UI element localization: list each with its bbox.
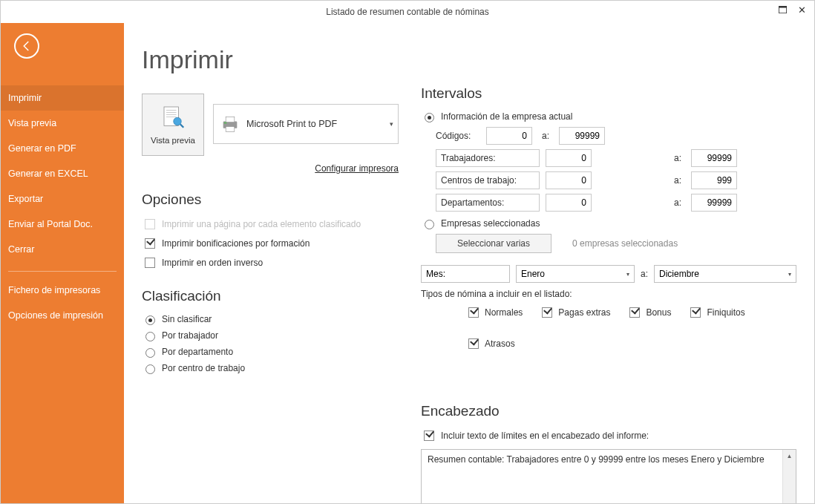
centros-to-input[interactable] [691,171,737,189]
svg-line-6 [180,124,184,128]
checkbox-label: Finiquitos [707,307,744,318]
sidebar-item-label: Fichero de impresoras [8,285,100,295]
page-title: Imprimir [142,45,399,74]
seleccionar-varias-button[interactable]: Seleccionar varias [436,234,551,253]
sidebar-item-exportar[interactable]: Exportar [1,186,124,212]
a-label: a: [641,269,648,279]
clas-sin-clasificar[interactable]: Sin clasificar [142,313,399,325]
maximize-icon[interactable]: 🗖 [773,2,792,17]
sidebar-item-generar-excel[interactable]: Generar en EXCEL [1,161,124,186]
centros-row: Centros de trabajo: a: a: [436,171,796,189]
a-label: a: [538,131,553,141]
header-text-area[interactable] [421,449,796,503]
opt-bonificaciones[interactable]: Imprimir bonificaciones por formación [142,236,399,251]
sidebar-item-vista-previa[interactable]: Vista previa [1,111,124,136]
mes-label: Mes: [426,269,505,279]
clas-por-centro-radio[interactable] [145,364,155,374]
tipo-finiquitos-checkbox[interactable] [690,307,701,318]
mes-to-value: Diciembre [659,269,788,279]
section-clasificacion: Clasificación [142,288,399,304]
codigos-label: Códigos: [436,131,480,141]
clas-por-trabajador-radio[interactable] [145,332,155,341]
radio-label: Por centro de trabajo [162,363,245,373]
chevron-down-icon: ▾ [626,271,629,278]
tipo-bonus-checkbox[interactable] [629,307,640,318]
clas-sin-clasificar-radio[interactable] [145,315,155,325]
radio-label: Empresas seleccionadas [441,218,540,229]
back-button[interactable] [14,33,39,59]
tipo-normales[interactable]: Normales [465,305,523,320]
close-icon[interactable]: ✕ [792,2,811,17]
centros-from-input[interactable] [546,171,592,189]
clas-por-departamento[interactable]: Por departamento [142,346,399,358]
codigos-to-input[interactable] [559,127,605,145]
radio-label: Sin clasificar [162,314,212,324]
sidebar-item-label: Vista previa [8,118,56,128]
sidebar-item-label: Imprimir [8,93,42,103]
sidebar-item-generar-pdf[interactable]: Generar en PDF [1,136,124,161]
tipo-pagas-extras[interactable]: Pagas extras [539,305,610,320]
window-title: Listado de resumen contable de nóminas [326,7,488,17]
trabajadores-from-input[interactable] [546,149,592,167]
mes-from-dropdown[interactable]: Enero ▾ [516,265,635,283]
tipos-label: Tipos de nómina a incluir en el listado: [421,289,796,299]
tipo-atrasos[interactable]: Atrasos [465,336,515,351]
sidebar-item-enviar-portal[interactable]: Enviar al Portal Doc. [1,212,124,237]
codigos-from-input[interactable] [486,127,532,145]
section-intervalos: Intervalos [421,85,796,102]
svg-point-5 [174,117,182,125]
a-label: a: [670,175,685,186]
sidebar-item-label: Opciones de impresión [8,310,103,321]
configure-printer-link[interactable]: Configurar impresora [142,163,399,174]
scroll-down-icon[interactable]: ▼ [783,503,796,503]
opt-orden-inverso[interactable]: Imprimir en orden inverso [142,255,399,270]
clas-por-trabajador[interactable]: Por trabajador [142,330,399,341]
content: Imprimir Vista previa [124,23,814,503]
printer-dropdown[interactable]: Microsoft Print to PDF ▾ [213,104,399,144]
sidebar-divider [8,271,117,272]
sidebar: Imprimir Vista previa Generar en PDF Gen… [1,23,124,503]
scroll-up-icon[interactable]: ▲ [783,450,796,462]
empresas-seleccionadas[interactable]: Empresas seleccionadas [421,217,796,229]
opt-pagina-por-elemento-checkbox [145,219,155,229]
trabajadores-row: Trabajadores: a: a: [436,149,796,167]
tipo-normales-checkbox[interactable] [468,307,479,318]
empresas-count: 0 empresas seleccionadas [572,238,678,249]
empresas-seleccionadas-radio[interactable] [425,220,434,229]
sidebar-item-fichero-impresoras[interactable]: Fichero de impresoras [1,278,124,303]
checkbox-label: Bonus [646,307,671,318]
tipo-atrasos-checkbox[interactable] [468,338,479,349]
incluir-texto-limites-checkbox[interactable] [424,431,434,441]
trabajadores-to-input[interactable] [691,149,737,167]
tipo-finiquitos[interactable]: Finiquitos [687,305,744,320]
sidebar-item-imprimir[interactable]: Imprimir [1,85,124,111]
sidebar-item-label: Cerrar [8,244,34,255]
clas-por-departamento-radio[interactable] [145,348,155,358]
centros-label: Centros de trabajo: [436,171,540,189]
info-empresa-actual-radio[interactable] [425,113,434,122]
section-encabezado: Encabezado [421,403,796,419]
opt-pagina-por-elemento: Imprimir una página por cada elemento cl… [142,217,399,232]
clas-por-centro[interactable]: Por centro de trabajo [142,362,399,374]
mes-label-box: Mes: [421,265,510,283]
vista-previa-label: Vista previa [151,136,195,145]
sidebar-item-cerrar[interactable]: Cerrar [1,237,124,262]
tipo-pagas-extras-checkbox[interactable] [542,307,552,318]
departamentos-to-input[interactable] [691,194,737,212]
departamentos-from-input[interactable] [546,194,592,212]
opt-bonificaciones-checkbox[interactable] [145,238,155,249]
vista-previa-button[interactable]: Vista previa [142,94,204,156]
sidebar-item-opciones-impresion[interactable]: Opciones de impresión [1,303,124,328]
mes-to-dropdown[interactable]: Diciembre ▾ [654,265,796,283]
incluir-texto-limites[interactable]: Incluir texto de límites en el encabezad… [421,428,796,443]
radio-label: Por trabajador [162,330,218,341]
opt-orden-inverso-checkbox[interactable] [145,258,155,268]
trabajadores-label: Trabajadores: [436,149,540,167]
svg-rect-10 [224,122,227,124]
tipo-bonus[interactable]: Bonus [626,305,671,320]
departamentos-label: Departamentos: [436,194,540,212]
checkbox-label: Imprimir bonificaciones por formación [162,238,310,249]
sidebar-item-label: Exportar [8,194,43,204]
departamentos-row: Departamentos: a: a: [436,194,796,212]
info-empresa-actual[interactable]: Información de la empresa actual [421,111,796,122]
